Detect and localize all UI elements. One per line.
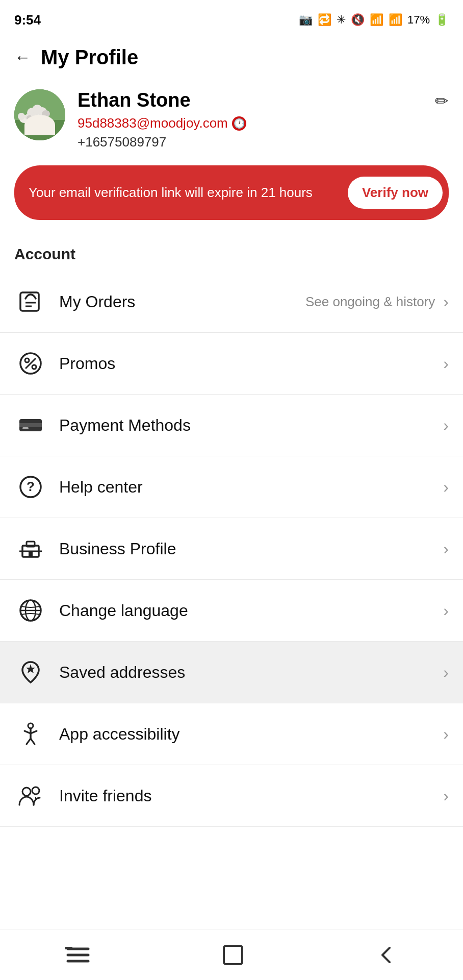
menu-item-app-accessibility[interactable]: App accessibility › (0, 703, 463, 765)
svg-rect-22 (22, 427, 29, 429)
promos-icon (14, 347, 47, 380)
svg-line-38 (31, 739, 35, 744)
camera-icon: 📷 (299, 13, 313, 27)
svg-point-6 (42, 110, 50, 117)
app-accessibility-chevron: › (443, 725, 449, 744)
svg-marker-32 (26, 664, 35, 673)
change-language-chevron: › (443, 601, 449, 620)
svg-rect-1 (14, 120, 65, 140)
menu-item-invite-friends[interactable]: Invite friends › (0, 765, 463, 827)
payment-methods-icon (14, 409, 47, 442)
promos-label: Promos (59, 354, 439, 373)
svg-rect-48 (224, 946, 242, 964)
profile-phone: +16575089797 (78, 134, 449, 150)
home-square-icon (222, 944, 244, 966)
menu-item-promos[interactable]: Promos › (0, 333, 463, 395)
nav-home-button[interactable] (222, 944, 244, 966)
nfc-icon: 🔁 (318, 13, 331, 27)
svg-point-5 (32, 105, 42, 115)
my-orders-label: My Orders (59, 292, 305, 311)
svg-point-10 (18, 113, 25, 120)
svg-rect-21 (19, 423, 42, 427)
saved-addresses-icon (14, 656, 47, 689)
my-orders-icon (14, 285, 47, 318)
bottom-nav (0, 929, 463, 980)
battery-icon: 🔋 (435, 13, 449, 27)
profile-name: Ethan Stone (78, 89, 449, 111)
menu-item-change-language[interactable]: Change language › (0, 580, 463, 642)
nav-back-button[interactable] (375, 944, 398, 966)
menu-item-my-orders[interactable]: My Orders See ongoing & history › (0, 271, 463, 333)
help-center-icon: ? (14, 471, 47, 503)
svg-point-39 (22, 788, 31, 796)
svg-rect-26 (27, 542, 35, 547)
my-orders-subtitle: See ongoing & history (305, 294, 435, 310)
mute-icon: 🔇 (351, 13, 365, 27)
signal-icon: 📶 (389, 13, 402, 27)
back-chevron-icon (375, 944, 398, 966)
app-accessibility-label: App accessibility (59, 725, 439, 744)
svg-line-17 (25, 358, 36, 369)
banner-text: Your email verification link will expire… (29, 184, 340, 202)
back-button[interactable]: ← (14, 48, 31, 67)
change-language-icon (14, 594, 47, 627)
status-icons: 📷 🔁 ✳ 🔇 📶 📶 17% 🔋 (299, 13, 449, 27)
nav-menu-button[interactable] (65, 945, 91, 965)
account-section-header: Account (0, 230, 463, 271)
edit-profile-button[interactable]: ✏ (435, 91, 449, 111)
svg-point-12 (27, 115, 33, 120)
invite-friends-chevron: › (443, 787, 449, 805)
svg-line-36 (31, 731, 37, 733)
menu-item-payment-methods[interactable]: Payment Methods › (0, 395, 463, 456)
menu-list: My Orders See ongoing & history › Promos… (0, 271, 463, 827)
svg-rect-8 (37, 121, 39, 127)
header: ← My Profile (0, 36, 463, 79)
wifi-icon: 📶 (370, 13, 383, 27)
svg-point-18 (25, 358, 29, 362)
invite-friends-label: Invite friends (59, 787, 439, 805)
page-title: My Profile (41, 46, 138, 69)
profile-info: Ethan Stone 95d88383@moodjoy.com 🕐 +1657… (78, 89, 449, 150)
change-language-label: Change language (59, 601, 439, 620)
profile-section: Ethan Stone 95d88383@moodjoy.com 🕐 +1657… (0, 79, 463, 160)
business-profile-icon (14, 532, 47, 565)
payment-methods-chevron: › (443, 416, 449, 435)
promos-chevron: › (443, 354, 449, 373)
business-profile-chevron: › (443, 540, 449, 558)
business-profile-label: Business Profile (59, 540, 439, 558)
svg-point-40 (32, 787, 39, 794)
menu-item-help-center[interactable]: ? Help center › (0, 456, 463, 518)
saved-addresses-label: Saved addresses (59, 663, 439, 682)
my-orders-chevron: › (443, 292, 449, 311)
avatar-image (14, 89, 65, 140)
status-time: 9:54 (14, 12, 41, 28)
svg-line-35 (24, 731, 31, 733)
svg-rect-7 (32, 121, 34, 127)
svg-text:?: ? (27, 479, 35, 494)
svg-rect-28 (29, 551, 33, 557)
payment-methods-label: Payment Methods (59, 416, 439, 435)
status-bar: 9:54 📷 🔁 ✳ 🔇 📶 📶 17% 🔋 (0, 0, 463, 36)
saved-addresses-chevron: › (443, 663, 449, 682)
svg-line-37 (27, 739, 31, 744)
battery-level: 17% (407, 13, 430, 27)
svg-point-19 (32, 365, 36, 369)
app-accessibility-icon (14, 718, 47, 750)
menu-item-saved-addresses[interactable]: Saved addresses › (0, 642, 463, 703)
avatar (14, 89, 65, 140)
help-center-label: Help center (59, 478, 439, 497)
help-center-chevron: › (443, 478, 449, 497)
email-text: 95d88383@moodjoy.com (78, 115, 228, 131)
verify-now-button[interactable]: Verify now (348, 177, 443, 209)
email-warning-icon: 🕐 (232, 116, 246, 131)
profile-email: 95d88383@moodjoy.com 🕐 (78, 115, 449, 131)
bluetooth-icon: ✳ (337, 13, 346, 27)
verification-banner: Your email verification link will expire… (14, 165, 449, 220)
menu-lines-icon (65, 945, 91, 965)
invite-friends-icon (14, 779, 47, 812)
avatar-svg (14, 89, 65, 140)
menu-item-business-profile[interactable]: Business Profile › (0, 518, 463, 580)
